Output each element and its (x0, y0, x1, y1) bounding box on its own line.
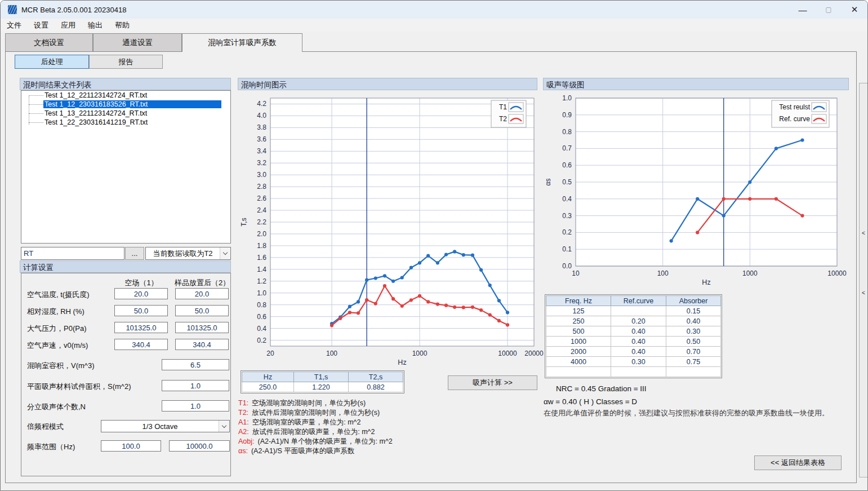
absorption-calc-button[interactable]: 吸声计算 >> (448, 375, 537, 390)
menu-file[interactable]: 文件 (1, 19, 28, 32)
table-row[interactable]: 10000.400.50 (546, 337, 721, 347)
tab-channel-settings[interactable]: 通道设置 (93, 33, 182, 51)
col-header-with-sample: 样品放置后（2） (171, 278, 233, 288)
svg-text:3.6: 3.6 (257, 135, 266, 143)
list-item[interactable]: Test 1_22_230316141219_RT.txt (21, 118, 230, 127)
table-cell[interactable] (546, 367, 611, 377)
table-cell[interactable]: 0.30 (611, 357, 666, 367)
file-name[interactable]: Test 1_12_221123142724_RT.txt (43, 91, 221, 99)
menu-settings[interactable]: 设置 (28, 19, 55, 32)
table-cell[interactable]: 250 (546, 316, 611, 326)
data-point (365, 298, 368, 302)
data-point (506, 311, 509, 314)
data-point (748, 197, 751, 201)
svg-text:0.4: 0.4 (562, 195, 572, 203)
table-cell[interactable]: 0.20 (611, 316, 666, 326)
list-item[interactable]: Test 1_12_230316183526_RT.txt (21, 100, 230, 109)
data-point (400, 304, 404, 308)
row-air-temperature: 空气温度, t(摄氏度) (21, 288, 230, 300)
room-volume-input[interactable] (162, 359, 229, 370)
tab-document-settings[interactable]: 文档设置 (5, 33, 93, 51)
data-point (426, 254, 430, 258)
data-point (479, 308, 483, 312)
grade-chart[interactable]: 0.00.10.20.30.40.50.60.70.80.91.01010010… (543, 90, 851, 289)
table-row[interactable]: 5000.400.30 (546, 326, 721, 337)
speed-empty-input[interactable] (114, 339, 168, 350)
temp-empty-input[interactable] (114, 288, 168, 299)
aw-result: αw = 0.40 ( H ) Classes = D (544, 397, 637, 406)
minimize-button[interactable]: — (790, 1, 816, 19)
collapse-left-toggle-2[interactable]: < (860, 290, 867, 296)
browse-button[interactable]: ... (125, 247, 144, 260)
tab-reverb-absorption[interactable]: 混响室计算吸声系数 (182, 33, 302, 52)
file-name[interactable]: Test 1_12_230316183526_RT.txt (43, 100, 221, 108)
sample-area-input[interactable] (162, 380, 229, 391)
table-cell[interactable]: 1.220 (294, 382, 349, 392)
table-cell[interactable]: 0.40 (666, 316, 721, 326)
table-cell[interactable]: 0.40 (611, 326, 666, 337)
chevron-down-icon[interactable] (220, 247, 230, 259)
table-cell[interactable]: 4000 (546, 357, 611, 367)
file-name[interactable]: Test 1_13_221123142724_RT.txt (43, 109, 221, 117)
table-cell[interactable]: 500 (546, 326, 611, 337)
table-cell[interactable]: 0.30 (666, 326, 721, 337)
table-row[interactable] (546, 367, 721, 377)
table-cell[interactable]: 125 (546, 306, 611, 316)
temp-sample-input[interactable] (175, 288, 229, 299)
list-item[interactable]: Test 1_13_221123142724_RT.txt (21, 109, 230, 118)
table-cell[interactable] (611, 306, 666, 316)
field-label: 空气温度, t(摄氏度) (27, 290, 90, 300)
field-label: 分立吸声体个数,N (27, 402, 86, 412)
close-button[interactable]: ✕ (842, 1, 867, 19)
chevron-down-icon[interactable] (219, 421, 229, 432)
octave-mode-combo[interactable]: 1/3 Octave (101, 420, 230, 432)
table-row[interactable]: 2500.200.40 (546, 316, 721, 326)
rt-chart[interactable]: 0.20.40.60.81.01.21.41.61.82.02.22.42.62… (239, 90, 543, 370)
freq-max-input[interactable] (169, 440, 230, 452)
field-label: 空气声速，v0(m/s) (27, 340, 88, 351)
table-cell[interactable]: 0.75 (666, 357, 721, 367)
back-to-results-button[interactable]: << 返回结果表格 (754, 455, 842, 470)
menu-help[interactable]: 帮助 (109, 19, 136, 32)
table-row[interactable]: 20000.400.70 (546, 347, 721, 357)
table-cell[interactable]: 0.40 (611, 347, 666, 357)
speed-sample-input[interactable] (175, 339, 229, 350)
table-cell[interactable]: 0.882 (349, 382, 403, 392)
subtab-report[interactable]: 报告 (89, 55, 163, 69)
data-source-combo[interactable]: 当前数据读取为T2 (145, 247, 231, 260)
subtab-postprocess[interactable]: 后处理 (15, 55, 89, 69)
svg-text:4.2: 4.2 (257, 100, 266, 108)
pressure-sample-input[interactable] (175, 322, 229, 333)
table-cell[interactable]: 0.40 (611, 337, 666, 347)
humidity-sample-input[interactable] (175, 305, 229, 316)
table-cell[interactable] (611, 367, 666, 377)
maximize-button[interactable]: ▢ (816, 1, 842, 19)
rt-name-input[interactable] (21, 247, 124, 260)
file-name[interactable]: Test 1_22_230316141219_RT.txt (43, 118, 221, 126)
chart-legend: T1T2 (491, 100, 526, 127)
menu-output[interactable]: 输出 (82, 19, 109, 32)
data-point (365, 278, 368, 282)
humidity-empty-input[interactable] (114, 305, 168, 316)
field-label: 相对湿度, RH (%) (27, 307, 84, 317)
svg-text:0.5: 0.5 (562, 178, 572, 186)
collapse-left-toggle[interactable]: < (860, 230, 867, 236)
pressure-empty-input[interactable] (114, 322, 168, 333)
table-cell[interactable] (666, 367, 721, 377)
menu-apply[interactable]: 应用 (55, 19, 82, 32)
table-row[interactable]: 250.01.2200.882 (242, 382, 403, 392)
table-cell[interactable]: 0.15 (666, 306, 721, 316)
list-item[interactable]: Test 1_12_221123142724_RT.txt (21, 91, 230, 100)
table-row[interactable]: 1250.15 (546, 306, 721, 316)
table-cell[interactable]: 1000 (546, 337, 611, 347)
freq-min-input[interactable] (101, 440, 161, 452)
absorber-count-input[interactable] (162, 400, 229, 412)
svg-text:20000: 20000 (524, 350, 544, 357)
table-cell[interactable]: 0.50 (666, 337, 721, 347)
table-cell[interactable]: 0.70 (666, 347, 721, 357)
table-row[interactable]: 40000.300.75 (546, 357, 721, 367)
table-cell[interactable]: 250.0 (242, 382, 294, 392)
table-header-row: Freq. HzRef.curveAbsorber (546, 296, 721, 306)
table-cell[interactable]: 2000 (546, 347, 611, 357)
data-point (722, 197, 725, 201)
